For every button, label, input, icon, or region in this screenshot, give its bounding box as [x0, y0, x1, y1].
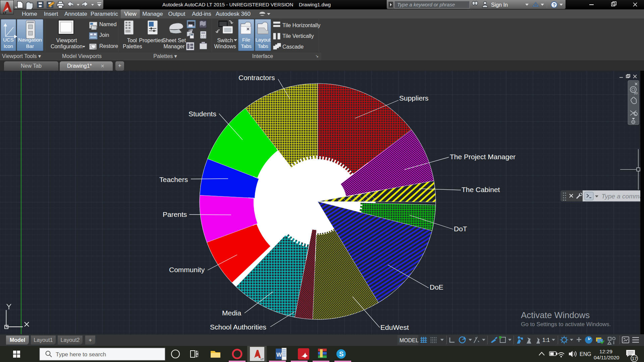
- svg-text:1:1: 1:1: [542, 337, 550, 343]
- svg-text:Type here to search: Type here to search: [56, 351, 106, 358]
- svg-text:S: S: [339, 350, 343, 358]
- svg-text:The Cabinet: The Cabinet: [462, 186, 500, 193]
- svg-text:ENG: ENG: [580, 351, 591, 357]
- svg-text:Type a keyword or phrase: Type a keyword or phrase: [397, 2, 455, 7]
- svg-text:Type a comman: Type a comman: [601, 193, 644, 200]
- svg-text:LT: LT: [3, 11, 7, 15]
- svg-text:Parents: Parents: [163, 210, 187, 218]
- svg-text:Suppliers: Suppliers: [399, 94, 429, 102]
- svg-text:DoE: DoE: [430, 283, 443, 291]
- svg-text:W: W: [276, 352, 282, 358]
- svg-text:Community: Community: [169, 266, 205, 274]
- svg-text:Media: Media: [222, 309, 241, 317]
- svg-text:Teachers: Teachers: [159, 176, 188, 183]
- svg-text:The Project Manager: The Project Manager: [450, 153, 516, 161]
- svg-text:04/11/2020: 04/11/2020: [594, 355, 620, 360]
- svg-text:17: 17: [632, 356, 637, 361]
- svg-text:2D: 2D: [634, 92, 638, 95]
- svg-text:Contractors: Contractors: [238, 74, 275, 81]
- svg-text:MODEL: MODEL: [399, 338, 419, 343]
- svg-text:LT: LT: [261, 358, 264, 361]
- svg-text:12:29: 12:29: [599, 349, 612, 354]
- svg-text:Sign In: Sign In: [491, 2, 508, 8]
- svg-text:?: ?: [553, 2, 556, 8]
- svg-text:School Authorities: School Authorities: [210, 323, 266, 331]
- svg-text:DoT: DoT: [454, 225, 467, 233]
- svg-text:EduWest: EduWest: [380, 323, 409, 331]
- svg-text:Students: Students: [189, 110, 216, 118]
